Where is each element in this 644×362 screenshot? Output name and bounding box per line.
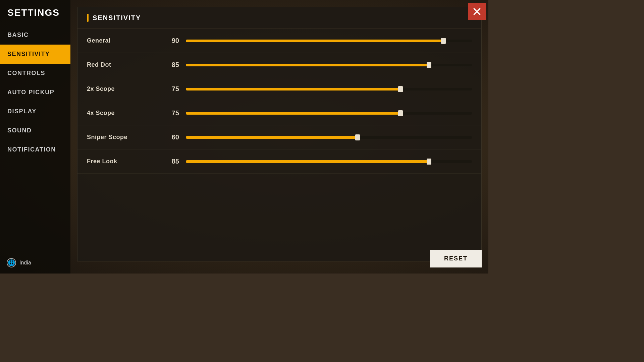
section-accent [87,14,89,22]
slider-fill [186,160,429,163]
sidebar-item-controls[interactable]: CONTROLS [0,64,70,83]
sidebar-item-auto-pickup[interactable]: AUTO PICKUP [0,83,70,102]
slider-track-2x-scope[interactable] [186,88,472,90]
slider-thumb[interactable] [355,134,360,140]
sidebar-item-display[interactable]: DISPLAY [0,102,70,121]
slider-value-4x-scope: 75 [161,109,179,117]
globe-icon: 🌐 [7,258,16,267]
slider-row-4x-scope: 4x Scope 75 [77,101,481,125]
region-selector[interactable]: 🌐 India [0,252,70,274]
sidebar-item-sensitivity[interactable]: SENSITIVITY [0,45,70,64]
slider-fill [186,136,358,139]
slider-value-free-look: 85 [161,158,179,165]
slider-value-2x-scope: 75 [161,85,179,93]
sidebar-item-sound[interactable]: SOUND [0,121,70,140]
slider-row-general: General 90 [77,29,481,53]
slider-label-free-look: Free Look [87,158,161,165]
slider-row-2x-scope: 2x Scope 75 [77,77,481,101]
app-title: SETTINGS [0,0,70,25]
slider-track-free-look[interactable] [186,160,472,163]
sidebar-item-basic[interactable]: BASIC [0,25,70,45]
slider-thumb[interactable] [398,86,403,92]
sidebar-item-notification[interactable]: NOTIFICATION [0,140,70,159]
slider-fill [186,40,443,42]
slider-track-general[interactable] [186,40,472,42]
slider-fill [186,112,400,115]
slider-thumb[interactable] [441,38,446,44]
slider-label-sniper-scope: Sniper Scope [87,134,161,141]
slider-label-general: General [87,37,161,44]
slider-label-2x-scope: 2x Scope [87,85,161,93]
slider-label-red-dot: Red Dot [87,61,161,68]
section-title: SENSITIVITY [93,14,141,22]
slider-value-general: 90 [161,37,179,45]
slider-thumb[interactable] [427,159,431,165]
slider-label-4x-scope: 4x Scope [87,110,161,117]
reset-button[interactable]: RESET [430,250,482,267]
section-header: SENSITIVITY [77,7,481,29]
main-content: SENSITIVITY General 90 Red Dot 85 [70,0,488,274]
slider-value-sniper-scope: 60 [161,133,179,141]
region-label: India [19,260,31,266]
slider-track-sniper-scope[interactable] [186,136,472,139]
slider-value-red-dot: 85 [161,61,179,69]
close-button[interactable] [468,3,486,20]
slider-thumb[interactable] [427,62,431,68]
slider-track-4x-scope[interactable] [186,112,472,115]
slider-row-free-look: Free Look 85 [77,149,481,174]
slider-track-red-dot[interactable] [186,64,472,66]
slider-thumb[interactable] [398,110,403,116]
settings-panel: SENSITIVITY General 90 Red Dot 85 [77,7,482,261]
slider-row-sniper-scope: Sniper Scope 60 [77,125,481,149]
slider-fill [186,64,429,66]
slider-fill [186,88,400,90]
slider-row-red-dot: Red Dot 85 [77,53,481,77]
sidebar: SETTINGS BASIC SENSITIVITY CONTROLS AUTO… [0,0,70,274]
